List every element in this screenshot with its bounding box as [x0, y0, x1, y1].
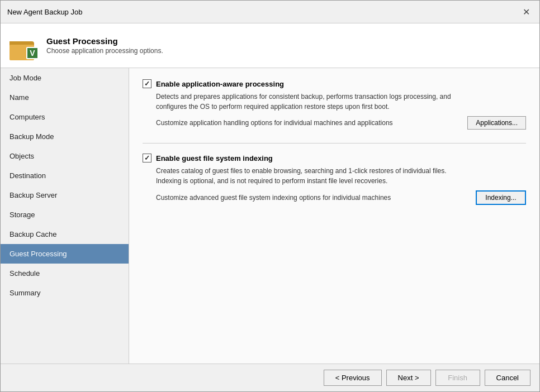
- option2-checkbox[interactable]: [143, 154, 151, 162]
- header-icon: V: [10, 31, 39, 60]
- header-text: Guest Processing Choose application proc…: [46, 36, 163, 55]
- next-button[interactable]: Next >: [386, 370, 431, 386]
- close-button[interactable]: ✕: [519, 5, 533, 18]
- sidebar-item-schedule[interactable]: Schedule: [1, 264, 129, 283]
- finish-button[interactable]: Finish: [435, 370, 480, 386]
- separator: [143, 143, 526, 144]
- option-aware-processing: Enable application-aware processing Dete…: [143, 79, 526, 130]
- previous-button[interactable]: < Previous: [324, 370, 382, 386]
- sidebar-item-guest-processing[interactable]: Guest Processing: [1, 244, 129, 264]
- header-section: V Guest Processing Choose application pr…: [1, 23, 539, 68]
- title-bar: New Agent Backup Job ✕: [1, 1, 539, 23]
- header-title: Guest Processing: [46, 36, 163, 46]
- sidebar-item-computers[interactable]: Computers: [1, 107, 129, 127]
- sidebar-item-destination[interactable]: Destination: [1, 166, 129, 185]
- option2-desc2: Customize advanced guest file system ind…: [156, 194, 391, 202]
- sidebar-item-objects[interactable]: Objects: [1, 146, 129, 166]
- dialog-title: New Agent Backup Job: [7, 8, 82, 16]
- option2-header: Enable guest file system indexing: [143, 154, 526, 162]
- option1-checkbox[interactable]: [143, 79, 151, 88]
- applications-button[interactable]: Applications...: [467, 116, 526, 130]
- option2-title: Enable guest file system indexing: [156, 154, 273, 162]
- dialog: New Agent Backup Job ✕ V Guest Processin…: [0, 0, 540, 392]
- main-content: Enable application-aware processing Dete…: [129, 68, 539, 364]
- sidebar: Job ModeNameComputersBackup ModeObjectsD…: [1, 68, 129, 364]
- sidebar-item-backup-mode[interactable]: Backup Mode: [1, 127, 129, 146]
- sidebar-item-backup-server[interactable]: Backup Server: [1, 185, 129, 205]
- header-subtitle: Choose application processing options.: [46, 47, 163, 55]
- body-section: Job ModeNameComputersBackup ModeObjectsD…: [1, 68, 539, 364]
- option1-header: Enable application-aware processing: [143, 79, 526, 88]
- option2-customize-row: Customize advanced guest file system ind…: [156, 190, 526, 205]
- option2-desc1: Creates catalog of guest files to enable…: [156, 166, 526, 186]
- footer: < Previous Next > Finish Cancel: [1, 364, 539, 391]
- option1-title: Enable application-aware processing: [156, 80, 284, 88]
- sidebar-item-name[interactable]: Name: [1, 88, 129, 107]
- sidebar-item-backup-cache[interactable]: Backup Cache: [1, 224, 129, 244]
- option1-customize-row: Customize application handling options f…: [156, 116, 526, 130]
- sidebar-item-storage[interactable]: Storage: [1, 205, 129, 224]
- option1-desc2: Customize application handling options f…: [156, 119, 393, 127]
- option-file-indexing: Enable guest file system indexing Create…: [143, 154, 526, 205]
- indexing-button[interactable]: Indexing...: [476, 190, 526, 205]
- sidebar-item-job-mode[interactable]: Job Mode: [1, 68, 129, 88]
- check-badge-icon: V: [26, 47, 39, 59]
- cancel-button[interactable]: Cancel: [485, 370, 530, 386]
- sidebar-item-summary[interactable]: Summary: [1, 283, 129, 303]
- option1-desc1: Detects and prepares applications for co…: [156, 92, 526, 112]
